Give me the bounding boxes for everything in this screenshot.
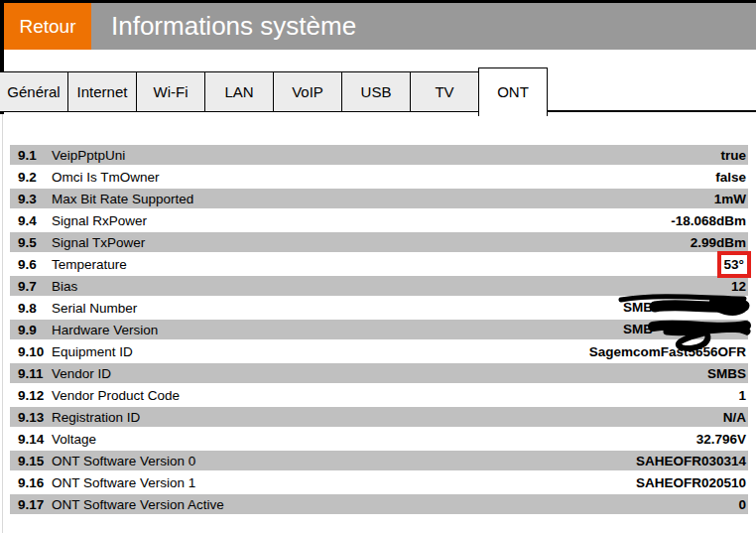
annotation-highlight-box: 53°: [717, 251, 751, 278]
row-label: Vendor Product Code: [52, 388, 738, 403]
ont-info-table: 9.1VeipPptpUnitrue9.2Omci Is TmOwnerfals…: [10, 145, 748, 516]
row-value-text: 12: [731, 279, 746, 294]
table-row: 9.2Omci Is TmOwnerfalse: [10, 167, 748, 187]
row-label: VeipPptpUni: [52, 148, 720, 163]
row-value-text: true: [720, 148, 746, 163]
tab-usb[interactable]: USB: [341, 71, 411, 112]
row-value: -18.068dBm: [671, 213, 746, 228]
row-number: 9.11: [18, 366, 52, 381]
row-number: 9.7: [18, 279, 52, 294]
row-number: 9.6: [18, 257, 52, 272]
row-value-text: SAHEOFR020510: [636, 475, 746, 490]
tab-general[interactable]: Général: [0, 71, 68, 112]
tab-voip[interactable]: VoIP: [273, 71, 342, 112]
row-value: SMB: [623, 320, 746, 339]
table-row: 9.7Bias12: [10, 276, 748, 296]
row-value: false: [715, 170, 746, 185]
row-value-text: 2.99dBm: [691, 235, 746, 250]
table-row: 9.4Signal RxPower-18.068dBm: [10, 210, 748, 230]
row-label: Equipment ID: [52, 344, 589, 359]
row-label: Bias: [52, 279, 731, 294]
table-row: 9.15ONT Software Version 0SAHEOFR030314: [10, 451, 748, 470]
row-value: SAHEOFR030314: [636, 454, 746, 468]
row-number: 9.17: [18, 497, 52, 512]
row-number: 9.8: [18, 301, 52, 316]
row-value: 2.99dBm: [691, 235, 746, 250]
table-row: 9.10Equipment IDSagemcomFast5656OFR: [10, 341, 748, 361]
row-number: 9.14: [18, 432, 52, 447]
header: Retour Informations système: [4, 3, 756, 50]
row-value: 1: [738, 388, 746, 403]
table-row: 9.13Registration IDN/A: [10, 407, 748, 427]
tab-wifi[interactable]: Wi-Fi: [136, 71, 205, 112]
row-value: 53°: [715, 257, 746, 272]
tab-lan[interactable]: LAN: [204, 71, 274, 112]
row-number: 9.9: [18, 323, 52, 337]
row-label: Registration ID: [52, 410, 723, 425]
table-row: 9.17ONT Software Version Active0: [10, 494, 748, 514]
row-number: 9.1: [18, 148, 52, 163]
table-row: 9.14Voltage32.796V: [10, 429, 748, 449]
row-value: true: [720, 148, 746, 163]
retour-button[interactable]: Retour: [4, 3, 91, 50]
row-value: 0: [738, 497, 746, 512]
table-row: 9.3Max Bit Rate Supported1mW: [10, 189, 748, 208]
row-label: Max Bit Rate Supported: [52, 192, 714, 206]
row-value-text: false: [715, 170, 746, 185]
row-value-text: 32.796V: [696, 432, 746, 447]
table-row: 9.6Temperature53°: [10, 254, 748, 274]
row-number: 9.5: [18, 235, 52, 250]
row-value-text: 1mW: [714, 192, 746, 206]
content-left-rule: [2, 114, 3, 533]
page-title: Informations système: [91, 3, 756, 50]
row-value-text: N/A: [723, 410, 746, 425]
row-value-text: SMBS: [707, 366, 746, 381]
table-row: 9.8Serial NumberSMB: [10, 298, 748, 318]
row-value-text: SMB: [623, 300, 653, 315]
row-label: Temperature: [52, 257, 715, 272]
table-row: 9.9Hardware VersionSMB: [10, 320, 748, 339]
row-value: SAHEOFR020510: [636, 475, 746, 490]
row-number: 9.12: [18, 388, 52, 403]
row-value: SMB: [623, 298, 746, 318]
row-value: 32.796V: [696, 432, 746, 447]
row-value-text: 0: [738, 497, 746, 512]
row-label: Voltage: [52, 432, 696, 447]
row-value-text: -18.068dBm: [671, 213, 746, 228]
table-row: 9.11Vendor IDSMBS: [10, 363, 748, 383]
tab-tv[interactable]: TV: [410, 71, 479, 112]
tab-internet[interactable]: Internet: [67, 71, 137, 112]
row-value-text: SagemcomFast5656OFR: [589, 344, 746, 359]
row-number: 9.13: [18, 410, 52, 425]
tab-bar: GénéralInternetWi-FiLANVoIPUSBTVONT: [0, 71, 756, 117]
table-row: 9.12Vendor Product Code1: [10, 385, 748, 405]
row-value-text: 1: [738, 388, 746, 403]
row-number: 9.4: [18, 213, 52, 228]
row-label: Signal RxPower: [52, 213, 671, 228]
row-value: N/A: [723, 410, 746, 425]
row-label: Vendor ID: [52, 366, 707, 381]
tab-ont[interactable]: ONT: [478, 67, 548, 116]
row-label: Hardware Version: [52, 323, 623, 337]
system-info-page: Retour Informations système GénéralInter…: [0, 0, 756, 533]
row-number: 9.3: [18, 192, 52, 206]
row-value: SMBS: [707, 366, 746, 381]
row-label: ONT Software Version 1: [52, 475, 636, 490]
row-value-text: SAHEOFR030314: [636, 454, 746, 468]
row-label: ONT Software Version Active: [52, 497, 738, 512]
redaction-scribble: [657, 297, 746, 317]
row-value: 12: [731, 279, 746, 294]
row-number: 9.15: [18, 454, 52, 468]
row-label: ONT Software Version 0: [52, 454, 636, 468]
table-row: 9.16ONT Software Version 1SAHEOFR020510: [10, 472, 748, 492]
row-number: 9.2: [18, 170, 52, 185]
row-value: 1mW: [714, 192, 746, 206]
row-label: Serial Number: [52, 301, 623, 316]
redaction-scribble: [657, 319, 746, 338]
row-number: 9.10: [18, 344, 52, 359]
row-value: SagemcomFast5656OFR: [589, 344, 746, 359]
row-label: Signal TxPower: [52, 235, 691, 250]
row-label: Omci Is TmOwner: [52, 170, 715, 185]
table-row: 9.1VeipPptpUnitrue: [10, 145, 748, 165]
table-row: 9.5Signal TxPower2.99dBm: [10, 232, 748, 252]
